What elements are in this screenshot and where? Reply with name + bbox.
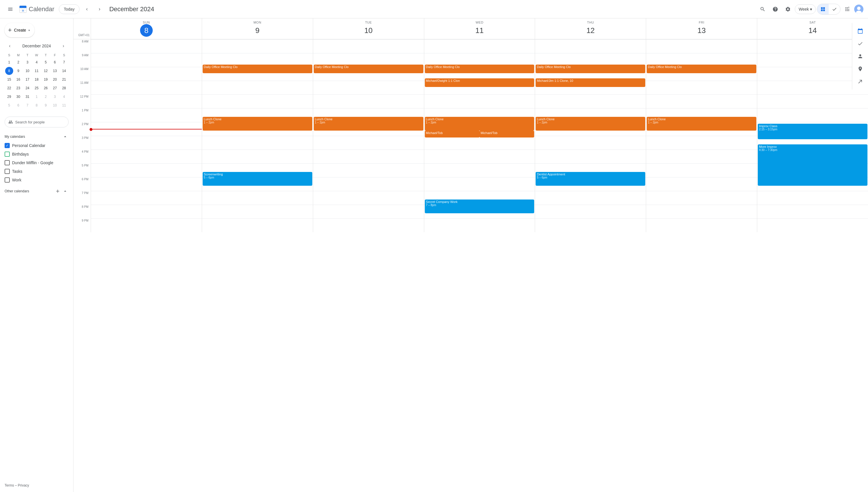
search-button[interactable] [757, 3, 768, 15]
mini-cal-day[interactable]: 25 [32, 84, 41, 92]
event-wed-michael[interactable]: Michael/Dwight 1:1 Clon [425, 78, 535, 87]
day-number[interactable]: 14 [806, 24, 819, 37]
calendar-item-personal[interactable]: ✓Personal Calendar [2, 141, 71, 150]
event-thu-michael[interactable]: Michael/Jim 1:1 Clone, 10 [536, 78, 645, 87]
event-wed-michael2a[interactable]: Michael/Tob [425, 131, 480, 138]
mini-cal-day[interactable]: 11 [60, 101, 68, 109]
day-number[interactable]: 9 [251, 24, 264, 37]
calendar-checkbox-tasks[interactable] [5, 169, 10, 174]
other-calendars-title[interactable]: Other calendars [5, 189, 29, 193]
mini-cal-day[interactable]: 9 [42, 101, 50, 109]
side-calendar-icon[interactable] [854, 25, 866, 37]
other-calendars-collapse-button[interactable] [62, 188, 69, 195]
mini-cal-day[interactable]: 15 [5, 75, 13, 83]
today-button[interactable]: Today [59, 4, 79, 14]
mini-cal-day[interactable]: 8 [32, 101, 41, 109]
event-fri-daily[interactable]: Daily Office Meeting Clo [647, 65, 757, 73]
view-selector[interactable]: Week ▾ [795, 4, 816, 14]
help-button[interactable] [770, 3, 781, 15]
mini-cal-day[interactable]: 5 [5, 101, 13, 109]
event-wed-michael2b[interactable]: Michael/Tob [479, 131, 534, 138]
side-expand-icon[interactable] [854, 76, 866, 87]
day-number[interactable]: 10 [362, 24, 375, 37]
calendar-item-dunder[interactable]: Dunder Mifflin - Google [2, 158, 71, 167]
mini-cal-day[interactable]: 6 [51, 58, 59, 66]
mini-cal-day[interactable]: 20 [51, 75, 59, 83]
search-people[interactable]: Search for people [5, 117, 69, 127]
privacy-link[interactable]: Privacy [18, 484, 29, 487]
mini-cal-day[interactable]: 31 [24, 93, 31, 101]
event-sat-improv[interactable]: Improv Class2:15 – 3:15pm [758, 124, 867, 139]
mini-cal-day[interactable]: 5 [42, 58, 50, 66]
event-mon-daily[interactable]: Daily Office Meeting Clo [203, 65, 312, 73]
day-number[interactable]: 8 [140, 24, 153, 37]
terms-link[interactable]: Terms [5, 484, 14, 487]
mini-cal-day[interactable]: 3 [51, 93, 59, 101]
check-view-button[interactable] [829, 4, 840, 14]
event-thu-lunch[interactable]: Lunch Clone1 – 2pm [536, 117, 645, 131]
side-check-icon[interactable] [854, 38, 866, 49]
mini-cal-day[interactable]: 28 [60, 84, 68, 92]
mini-cal-day[interactable]: 3 [24, 58, 31, 66]
mini-cal-day[interactable]: 10 [51, 101, 59, 109]
mini-cal-day[interactable]: 14 [60, 67, 68, 75]
mini-cal-day[interactable]: 4 [60, 93, 68, 101]
side-maps-icon[interactable] [854, 63, 866, 75]
event-wed-secret[interactable]: Secret Company Work7 – 8pm [425, 199, 535, 213]
prev-week-button[interactable]: ‹ [82, 4, 92, 14]
event-mon-screen[interactable]: Screenwriting5 – 6pm [203, 172, 312, 186]
mini-cal-day[interactable]: 24 [24, 84, 31, 92]
side-person-icon[interactable] [854, 51, 866, 62]
event-sat-more[interactable]: More Improv4:30 – 7:30pm [758, 144, 867, 186]
event-mon-lunch[interactable]: Lunch Clone1 – 2pm [203, 117, 312, 131]
calendar-checkbox-dunder[interactable] [5, 160, 10, 165]
mini-cal-day[interactable]: 13 [51, 67, 59, 75]
mini-cal-day[interactable]: 27 [51, 84, 59, 92]
calendar-item-work[interactable]: Work [2, 176, 71, 184]
event-tue-lunch[interactable]: Lunch Clone1 – 2pm [314, 117, 423, 131]
mini-cal-day[interactable]: 18 [32, 75, 41, 83]
mini-cal-day[interactable]: 26 [42, 84, 50, 92]
mini-cal-day[interactable]: 16 [14, 75, 22, 83]
apps-button[interactable] [842, 3, 853, 15]
my-calendars-collapse-button[interactable] [62, 133, 69, 140]
mini-cal-day[interactable]: 30 [14, 93, 22, 101]
calendar-item-birthdays[interactable]: Birthdays [2, 150, 71, 158]
event-wed-lunch[interactable]: Lunch Clone1 – 2pm [425, 117, 535, 131]
mini-cal-next-button[interactable]: › [59, 42, 68, 50]
hamburger-button[interactable] [5, 3, 16, 15]
add-other-calendar-button[interactable] [54, 188, 61, 195]
calendar-checkbox-birthdays[interactable] [5, 152, 10, 157]
mini-cal-day[interactable]: 7 [24, 101, 31, 109]
mini-cal-day[interactable]: 12 [42, 67, 50, 75]
calendar-item-tasks[interactable]: Tasks [2, 167, 71, 176]
create-button[interactable]: + Create ▾ [5, 23, 34, 37]
mini-cal-day[interactable]: 8 [5, 67, 13, 75]
calendar-checkbox-personal[interactable]: ✓ [5, 143, 10, 148]
settings-button[interactable] [782, 3, 794, 15]
grid-view-button[interactable] [817, 4, 829, 14]
mini-cal-day[interactable]: 19 [42, 75, 50, 83]
my-calendars-title[interactable]: My calendars [5, 134, 25, 139]
avatar[interactable] [854, 5, 863, 14]
mini-cal-day[interactable]: 23 [14, 84, 22, 92]
event-fri-lunch[interactable]: Lunch Clone1 – 2pm [647, 117, 757, 131]
mini-cal-day[interactable]: 11 [32, 67, 41, 75]
mini-cal-day[interactable]: 7 [60, 58, 68, 66]
event-thu-dentist[interactable]: Dentist Appointment5 – 6pm [536, 172, 645, 186]
day-number[interactable]: 13 [695, 24, 708, 37]
mini-cal-day[interactable]: 9 [14, 67, 22, 75]
mini-cal-day[interactable]: 21 [60, 75, 68, 83]
mini-cal-day[interactable]: 6 [14, 101, 22, 109]
mini-cal-day[interactable]: 4 [32, 58, 41, 66]
day-number[interactable]: 11 [473, 24, 486, 37]
event-wed-daily[interactable]: Daily Office Meeting Clo [425, 65, 535, 73]
calendar-checkbox-work[interactable] [5, 177, 10, 182]
mini-cal-day[interactable]: 1 [32, 93, 41, 101]
mini-cal-day[interactable]: 1 [5, 58, 13, 66]
mini-cal-day[interactable]: 17 [24, 75, 31, 83]
event-tue-daily[interactable]: Daily Office Meeting Clo [314, 65, 423, 73]
day-number[interactable]: 12 [584, 24, 597, 37]
next-week-button[interactable]: › [94, 4, 105, 14]
mini-cal-prev-button[interactable]: ‹ [6, 42, 14, 50]
